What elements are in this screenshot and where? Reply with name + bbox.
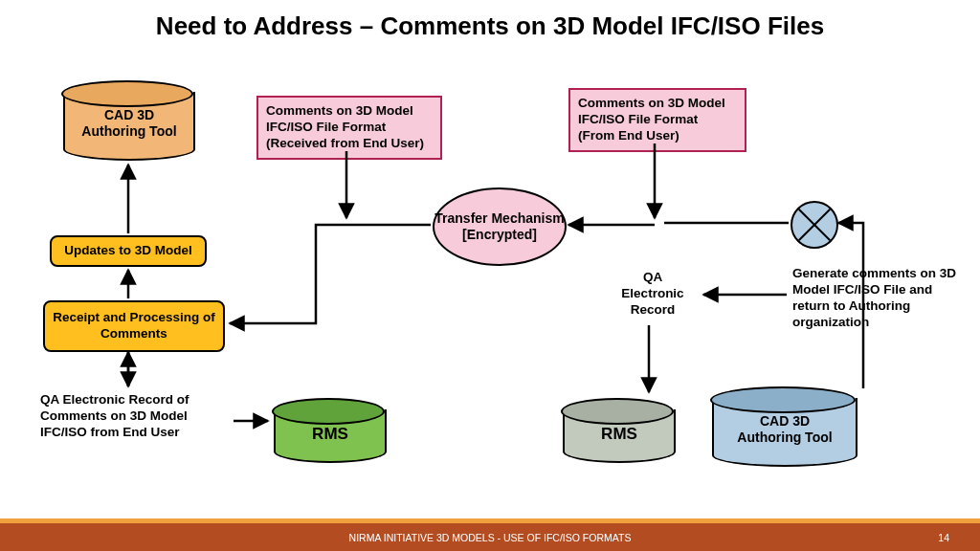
pink-box-from-enduser: Comments on 3D Model IFC/ISO File Format… (568, 88, 746, 152)
footer-bar: NIRMA INITIATIVE 3D MODELS - USE OF IFC/… (0, 523, 980, 551)
generate-comments-text: Generate comments on 3D Model IFC/ISO Fi… (792, 266, 965, 331)
cross-node-icon (791, 201, 838, 249)
cylinder-rms-green: RMS (274, 409, 383, 463)
cylinder-rms-grey: RMS (563, 409, 672, 463)
cylinder-cad-right: CAD 3DAuthoring Tool (712, 398, 854, 467)
page-title: Need to Address – Comments on 3D Model I… (0, 11, 980, 41)
page-number: 14 (938, 532, 949, 543)
receipt-box: Receipt and Processing of Comments (43, 300, 225, 352)
qa-record-mid-text: QA Electronic Record (610, 270, 696, 319)
updates-box: Updates to 3D Model (50, 235, 207, 267)
footer-label: NIRMA INITIATIVE 3D MODELS - USE OF IFC/… (0, 532, 980, 543)
cylinder-cad-left: CAD 3DAuthoring Tool (63, 92, 191, 161)
transfer-mechanism: Transfer Mechanism [Encrypted] (433, 187, 567, 266)
pink-box-received: Comments on 3D Model IFC/ISO File Format… (256, 96, 442, 160)
qa-record-left-text: QA Electronic Record of Comments on 3D M… (40, 392, 232, 441)
